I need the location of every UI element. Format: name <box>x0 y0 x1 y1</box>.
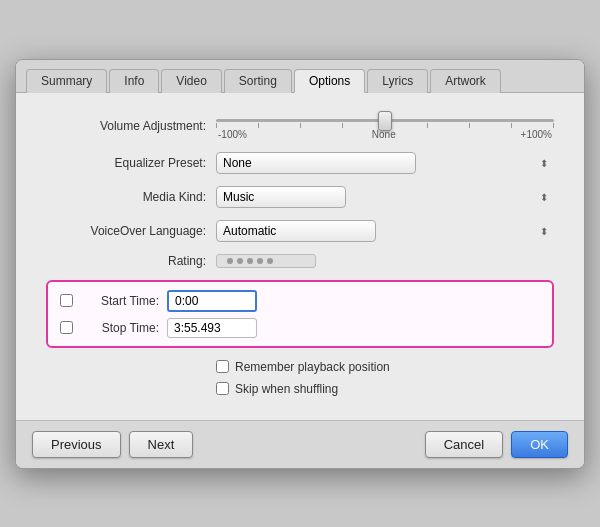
previous-button[interactable]: Previous <box>32 431 121 458</box>
equalizer-label: Equalizer Preset: <box>46 156 206 170</box>
volume-max-label: +100% <box>521 129 552 140</box>
media-kind-label: Media Kind: <box>46 190 206 204</box>
ok-button[interactable]: OK <box>511 431 568 458</box>
tab-info[interactable]: Info <box>109 69 159 93</box>
volume-slider-container: -100% None +100% <box>216 113 554 140</box>
equalizer-select[interactable]: None Acoustic Bass Booster Classical <box>216 152 416 174</box>
tab-sorting[interactable]: Sorting <box>224 69 292 93</box>
rating-dot-1 <box>227 258 233 264</box>
time-section: Start Time: Stop Time: <box>46 280 554 348</box>
volume-slider-track <box>216 113 554 129</box>
voiceover-select[interactable]: Automatic English French <box>216 220 376 242</box>
action-buttons: Cancel OK <box>425 431 568 458</box>
rating-dot-4 <box>257 258 263 264</box>
skip-shuffling-checkbox[interactable] <box>216 382 229 395</box>
cancel-button[interactable]: Cancel <box>425 431 503 458</box>
volume-min-label: -100% <box>218 129 247 140</box>
rating-label: Rating: <box>46 254 206 268</box>
skip-shuffling-label: Skip when shuffling <box>235 382 338 396</box>
media-kind-select-wrapper: Music Movie TV Show Podcast <box>216 186 554 208</box>
volume-row: Volume Adjustment: <box>46 113 554 140</box>
start-time-checkbox[interactable] <box>60 294 73 307</box>
stop-time-checkbox[interactable] <box>60 321 73 334</box>
tab-options[interactable]: Options <box>294 69 365 93</box>
start-time-label: Start Time: <box>79 294 159 308</box>
rating-row: Rating: <box>46 254 554 268</box>
media-kind-select[interactable]: Music Movie TV Show Podcast <box>216 186 346 208</box>
rating-dot-3 <box>247 258 253 264</box>
voiceover-row: VoiceOver Language: Automatic English Fr… <box>46 220 554 242</box>
volume-slider-line <box>216 119 554 122</box>
rating-dot-5 <box>267 258 273 264</box>
tab-bar: Summary Info Video Sorting Options Lyric… <box>16 60 584 93</box>
media-kind-row: Media Kind: Music Movie TV Show Podcast <box>46 186 554 208</box>
tab-summary[interactable]: Summary <box>26 69 107 93</box>
button-bar: Previous Next Cancel OK <box>16 420 584 468</box>
remember-playback-checkbox[interactable] <box>216 360 229 373</box>
equalizer-select-wrapper: None Acoustic Bass Booster Classical <box>216 152 554 174</box>
nav-buttons: Previous Next <box>32 431 193 458</box>
dialog-window: Summary Info Video Sorting Options Lyric… <box>15 59 585 469</box>
tab-lyrics[interactable]: Lyrics <box>367 69 428 93</box>
tab-video[interactable]: Video <box>161 69 221 93</box>
remember-playback-row: Remember playback position <box>46 360 554 374</box>
stop-time-input[interactable] <box>167 318 257 338</box>
tab-artwork[interactable]: Artwork <box>430 69 501 93</box>
next-button[interactable]: Next <box>129 431 194 458</box>
voiceover-select-wrapper: Automatic English French <box>216 220 554 242</box>
remember-playback-label: Remember playback position <box>235 360 390 374</box>
stop-time-label: Stop Time: <box>79 321 159 335</box>
stop-time-row: Stop Time: <box>60 318 540 338</box>
options-content: Volume Adjustment: <box>16 93 584 420</box>
start-time-row: Start Time: <box>60 290 540 312</box>
rating-dot-2 <box>237 258 243 264</box>
volume-slider-thumb[interactable] <box>378 111 392 131</box>
start-time-input[interactable] <box>167 290 257 312</box>
skip-shuffling-row: Skip when shuffling <box>46 382 554 396</box>
equalizer-row: Equalizer Preset: None Acoustic Bass Boo… <box>46 152 554 174</box>
rating-dots[interactable] <box>216 254 316 268</box>
volume-label: Volume Adjustment: <box>46 119 206 133</box>
voiceover-label: VoiceOver Language: <box>46 224 206 238</box>
